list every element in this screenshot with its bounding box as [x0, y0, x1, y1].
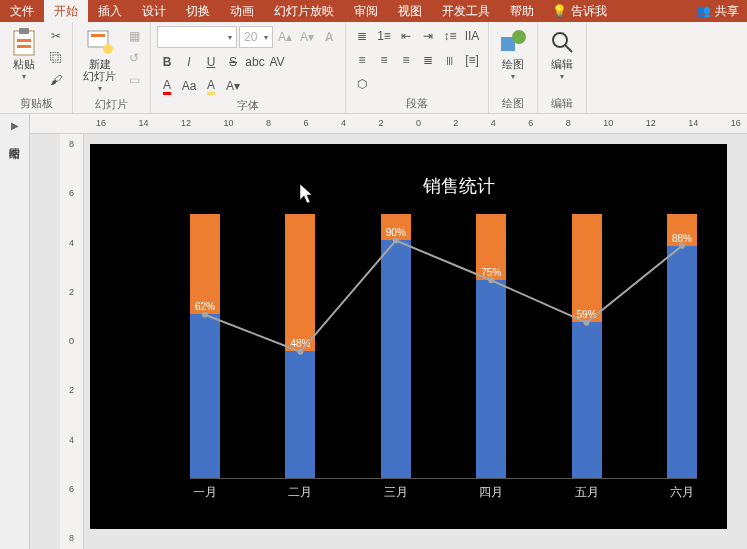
group-drawing: 绘图 ▾ 绘图 [489, 22, 538, 113]
group-drawing-label: 绘图 [495, 94, 531, 111]
char-spacing-button[interactable]: AV [267, 52, 287, 72]
outline-pane: ▶ 缩略图 [0, 114, 30, 549]
vertical-ruler[interactable]: 864202468 [60, 134, 84, 549]
change-case-button[interactable]: Aa [179, 76, 199, 96]
tab-insert[interactable]: 插入 [88, 0, 132, 22]
tab-developer[interactable]: 开发工具 [432, 0, 500, 22]
reset-button[interactable]: ↺ [124, 48, 144, 68]
line-spacing-button[interactable]: ↕≡ [440, 26, 460, 46]
shadow-button[interactable]: abc [245, 52, 265, 72]
copy-button[interactable]: ⿻ [46, 48, 66, 68]
indent-inc-button[interactable]: ⇥ [418, 26, 438, 46]
bar-segment-bottom: 75% [476, 280, 506, 478]
italic-button[interactable]: I [179, 52, 199, 72]
align-left-button[interactable]: ≡ [352, 50, 372, 70]
group-editing-label: 编辑 [544, 94, 580, 111]
ruler-tick: 8 [69, 140, 74, 149]
paintbrush-icon: 🖌 [50, 73, 62, 87]
svg-point-8 [512, 30, 526, 44]
bold-button[interactable]: B [157, 52, 177, 72]
text-effects-button[interactable]: A▾ [223, 76, 243, 96]
align-text-button[interactable]: [≡] [462, 50, 482, 70]
bullets-button[interactable]: ≣ [352, 26, 372, 46]
bar-data-label: 48% [290, 338, 310, 349]
bar-column[interactable]: 59% [572, 214, 602, 478]
tell-me[interactable]: 💡 告诉我 [544, 0, 615, 22]
section-button[interactable]: ▭ [124, 70, 144, 90]
highlight-button[interactable]: A [201, 76, 221, 96]
ruler-tick: 8 [266, 118, 271, 133]
smartart-button[interactable]: ⬡ [352, 74, 372, 94]
chart-x-axis: 一月二月三月四月五月六月 [190, 484, 697, 501]
direction-icon: IIA [465, 29, 480, 43]
reset-icon: ↺ [129, 51, 139, 65]
bar-column[interactable]: 75% [476, 214, 506, 478]
group-paragraph: ≣ 1≡ ⇤ ⇥ ↕≡ IIA ≡ ≡ ≡ ≣ ⫼ [≡] ⬡ 段落 [346, 22, 489, 113]
clear-format-button[interactable]: A̷ [319, 27, 339, 47]
tab-view[interactable]: 视图 [388, 0, 432, 22]
ruler-tick: 6 [303, 118, 308, 133]
tab-design[interactable]: 设计 [132, 0, 176, 22]
chart[interactable]: 62%48%90%75%59%88% 一月二月三月四月五月六月 [190, 214, 697, 479]
search-icon [548, 28, 576, 56]
ribbon: 粘贴 ▾ ✂ ⿻ 🖌 剪贴板 新建 幻灯片 ▾ ▦ ↺ ▭ [0, 22, 747, 114]
file-tab[interactable]: 文件 [0, 0, 44, 22]
ruler-tick: 14 [138, 118, 148, 133]
tab-help[interactable]: 帮助 [500, 0, 544, 22]
bar-column[interactable]: 62% [190, 214, 220, 478]
lightbulb-icon: 💡 [552, 4, 567, 18]
cut-button[interactable]: ✂ [46, 26, 66, 46]
new-slide-button[interactable]: 新建 幻灯片 ▾ [79, 26, 120, 95]
ruler-tick: 14 [688, 118, 698, 133]
tab-animations[interactable]: 动画 [220, 0, 264, 22]
new-slide-icon [86, 28, 114, 56]
bar-column[interactable]: 88% [667, 214, 697, 478]
font-color-button[interactable]: A [157, 76, 177, 96]
underline-button[interactable]: U [201, 52, 221, 72]
tab-slideshow[interactable]: 幻灯片放映 [264, 0, 344, 22]
slide-canvas[interactable]: 销售统计 62%48%90%75%59%88% 一月二月三月四月五月六月 [90, 144, 727, 529]
editing-button[interactable]: 编辑 ▾ [544, 26, 580, 83]
ruler-tick: 2 [453, 118, 458, 133]
clipboard-icon [10, 28, 38, 56]
strike-button[interactable]: S [223, 52, 243, 72]
columns-button[interactable]: ⫼ [440, 50, 460, 70]
bar-column[interactable]: 90% [381, 214, 411, 478]
bar-column[interactable]: 48% [285, 214, 315, 478]
font-name-input[interactable]: ▾ [157, 26, 237, 48]
shrink-font-icon: A▾ [300, 30, 314, 44]
align-center-icon: ≡ [380, 53, 387, 67]
font-size-input[interactable]: 20 ▾ [239, 26, 273, 48]
paste-button[interactable]: 粘贴 ▾ [6, 26, 42, 83]
horizontal-ruler[interactable]: 1614121086420246810121416 [30, 114, 747, 134]
collapse-outline-button[interactable]: ▶ [11, 120, 19, 131]
shrink-font-button[interactable]: A▾ [297, 27, 317, 47]
axis-tick-label: 三月 [381, 484, 411, 501]
axis-tick-label: 四月 [476, 484, 506, 501]
tab-transitions[interactable]: 切换 [176, 0, 220, 22]
font-size-value: 20 [244, 30, 257, 44]
align-center-button[interactable]: ≡ [374, 50, 394, 70]
grow-font-button[interactable]: A▴ [275, 27, 295, 47]
align-right-button[interactable]: ≡ [396, 50, 416, 70]
tab-home[interactable]: 开始 [44, 0, 88, 22]
bar-segment-bottom: 48% [285, 351, 315, 478]
underline-icon: U [207, 55, 216, 69]
format-painter-button[interactable]: 🖌 [46, 70, 66, 90]
layout-button[interactable]: ▦ [124, 26, 144, 46]
drawing-label: 绘图 [502, 58, 524, 70]
chart-title[interactable]: 销售统计 [190, 174, 727, 198]
justify-button[interactable]: ≣ [418, 50, 438, 70]
indent-dec-button[interactable]: ⇤ [396, 26, 416, 46]
svg-point-6 [103, 44, 113, 54]
drawing-button[interactable]: 绘图 ▾ [495, 26, 531, 83]
group-editing: 编辑 ▾ 编辑 [538, 22, 587, 113]
group-font-label: 字体 [157, 96, 339, 113]
tab-review[interactable]: 审阅 [344, 0, 388, 22]
numbering-button[interactable]: 1≡ [374, 26, 394, 46]
share-button[interactable]: 👥 共享 [688, 0, 747, 22]
axis-tick-label: 一月 [190, 484, 220, 501]
text-direction-button[interactable]: IIA [462, 26, 482, 46]
group-font: ▾ 20 ▾ A▴ A▾ A̷ B I U S abc AV A Aa [151, 22, 346, 113]
spacing-icon: AV [269, 55, 284, 69]
